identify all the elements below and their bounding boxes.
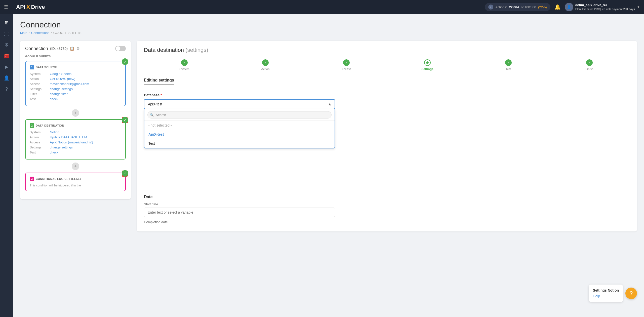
step-system: ✓ System [144,59,225,71]
step-access: ✓ Access [306,59,387,71]
connection-id: (ID: 48730) [50,47,68,51]
dropdown-search [144,109,335,121]
source-row-system: System Google Sheets [30,72,121,76]
start-date-label: Start date [144,202,630,206]
start-date-input[interactable] [144,208,335,217]
left-panel: Connection (ID: 48730) 📋 ⚙ GOOGLE SHEETS… [20,41,131,199]
logo: APIXDrive [16,4,45,10]
dropdown-item-test[interactable]: Test [144,139,335,148]
dropdown-container: ApiX-test ∧ - not selected - ApiX-test T… [144,99,630,109]
source-check-icon: ✓ [122,58,128,65]
actions-of: of 100'000 [521,5,536,9]
date-section: Date Start date Completion date [144,195,630,224]
sidebar-item-dollar[interactable]: $ [2,40,11,49]
info-icon[interactable]: i [488,5,493,10]
breadcrumb-main[interactable]: Main [20,31,27,35]
source-number: 1 [30,65,34,69]
dest-row-test: Test check [30,150,121,154]
sidebar-item-grid[interactable]: ⋮⋮ [2,29,11,38]
step-settings: Settings [387,59,468,71]
step-action: ✓ Action [225,59,306,71]
sidebar-item-home[interactable]: ⊞ [2,18,11,27]
dropdown-search-input[interactable] [147,111,332,118]
dropdown-selected-value: ApiX-test [148,102,162,106]
step-action-label: Action [261,67,269,71]
source-row-action: Action Get ROWS (new) [30,77,121,81]
destination-number: 2 [30,123,34,128]
help-widget: Settings Notion Help ? [589,285,637,302]
sidebar-item-help[interactable]: ? [2,85,11,94]
steps-indicator: ✓ System ✓ Action ✓ Access Settings ✓ [144,59,630,71]
user-plan: Plan |Premium PRO| left until payment 25… [575,7,635,11]
step-test-circle: ✓ [505,59,512,66]
database-field-container: Database * ApiX-test ∧ - not selected - [144,93,630,109]
help-settings-link[interactable]: Settings Notion [593,288,619,293]
page-title: Connection [20,20,637,29]
dropdown-menu: - not selected - ApiX-test Test [144,109,335,148]
content-layout: Connection (ID: 48730) 📋 ⚙ GOOGLE SHEETS… [20,41,637,231]
toggle-switch[interactable] [115,46,126,51]
sidebar-item-user[interactable]: 👤 [2,73,11,83]
source-row-access: Access maverickandrii@gmail.com [30,82,121,86]
copy-icon[interactable]: 📋 [70,46,74,51]
step-action-circle: ✓ [262,59,269,66]
data-source-block: ✓ 1 DATA SOURCE System Google Sheets Act… [25,61,126,106]
help-popup: Settings Notion Help [589,285,623,302]
logo-x: X [26,4,30,10]
conditional-check-icon: ✓ [122,170,128,177]
step-test-label: Test [506,67,511,71]
dest-row-system: System Notion [30,130,121,134]
add-block-btn[interactable]: + [72,109,79,117]
sidebar: ⊞ ⋮⋮ $ 🧰 ▶ 👤 ? [0,14,13,317]
dropdown-item-apix-test[interactable]: ApiX-test [144,130,335,139]
actions-badge: i Actions: 22'064 of 100'000 (22%) [485,3,550,11]
connection-header: Connection (ID: 48730) 📋 ⚙ [25,46,126,51]
breadcrumb: Main / Connections / GOOGLE SHEETS [20,31,637,35]
hamburger-icon[interactable]: ☰ [4,4,8,10]
connection-title: Connection (ID: 48730) 📋 ⚙ [25,46,80,51]
dest-row-action: Action Update DATABASE ITEM [30,135,121,139]
step-settings-circle [424,59,431,66]
chevron-down-icon[interactable]: ▼ [637,5,640,9]
help-help-link[interactable]: Help [593,293,619,299]
dest-row-access: Access ApiX Notion (maverickandrii@ [30,140,121,144]
actions-percent: (22%) [538,5,547,9]
required-star: * [160,93,162,97]
dest-row-settings: Settings change settings [30,145,121,149]
conditional-desc: This condition will be triggered if in t… [30,184,121,187]
conditional-block: 🗑 ✓ 3 CONDITIONAL LOGIC (IF/ELSE) This c… [25,173,126,191]
breadcrumb-current: GOOGLE SHEETS [53,31,82,35]
user-details: demo_apix-drive_s3 Plan |Premium PRO| le… [575,3,635,11]
settings-icon[interactable]: ⚙ [76,46,80,51]
logo-drive: Drive [31,4,45,10]
step-access-circle: ✓ [343,59,350,66]
bell-icon[interactable]: 🔔 [554,4,561,10]
breadcrumb-sep2: / [51,31,52,35]
step-test: ✓ Test [468,59,549,71]
user-info: 👤 demo_apix-drive_s3 Plan |Premium PRO| … [565,3,640,11]
add-block-btn-2[interactable]: + [72,163,79,170]
conditional-number: 3 [30,177,34,181]
logo-api: API [16,4,25,10]
right-panel: Data destination (settings) ✓ System ✓ A… [137,41,637,231]
panel-title: Data destination (settings) [144,47,630,53]
sidebar-item-tools[interactable]: 🧰 [2,51,11,60]
dropdown-item-not-selected[interactable]: - not selected - [144,121,335,130]
database-dropdown[interactable]: ApiX-test ∧ [144,99,335,109]
section-title: Editing settings [144,78,174,85]
breadcrumb-connections[interactable]: Connections [31,31,49,35]
help-circle-button[interactable]: ? [625,288,637,299]
step-system-label: System [179,67,189,71]
navbar-actions: i Actions: 22'064 of 100'000 (22%) 🔔 👤 d… [485,3,640,11]
user-avatar: 👤 [565,3,573,11]
conditional-header: 3 CONDITIONAL LOGIC (IF/ELSE) [30,177,121,181]
source-row-test: Test check [30,97,121,101]
data-destination-block: 🗑 ✓ 2 DATA DESTINATION System Notion Act… [25,119,126,160]
step-system-circle: ✓ [181,59,188,66]
google-sheets-label: GOOGLE SHEETS [25,55,126,58]
connection-card: Connection (ID: 48730) 📋 ⚙ GOOGLE SHEETS… [20,41,131,199]
destination-header: 2 DATA DESTINATION [30,123,121,128]
step-finish-circle: ✓ [586,59,593,66]
sidebar-item-play[interactable]: ▶ [2,62,11,71]
date-label: Date [144,195,630,199]
